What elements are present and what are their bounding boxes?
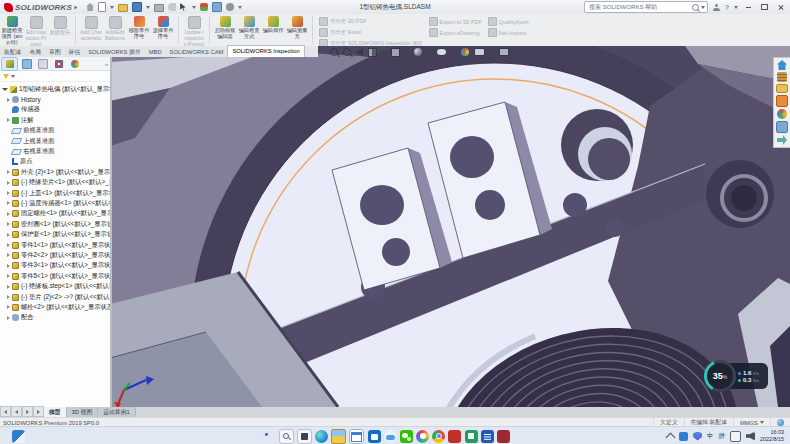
graphics-viewport[interactable]: 1.6K/s 0.3K/s 35% [110, 46, 790, 407]
tray-volume-icon[interactable] [746, 432, 755, 441]
search-icon[interactable] [692, 4, 699, 11]
tree-item-assembly-root[interactable]: 1型铝铸热电偶 (默认<默认_显示状态-1 [0, 84, 110, 94]
custom-properties-icon[interactable] [776, 121, 788, 133]
save-icon[interactable] [132, 2, 142, 12]
rebuild-icon[interactable] [200, 3, 208, 11]
help-search-box[interactable] [584, 1, 708, 13]
view-orientation-icon[interactable] [391, 48, 400, 57]
performance-widget[interactable]: 1.6K/s 0.3K/s 35% [704, 360, 736, 392]
chrome-icon[interactable] [432, 430, 445, 443]
ribbon-button-edit-measurement[interactable]: 编辑测量方 [286, 15, 308, 40]
tree-item-fixing-bolt[interactable]: 固定螺栓<1> (默认<<默认>_显示 [0, 209, 110, 219]
help-menu[interactable]: ? [725, 4, 729, 11]
tab-solidworks-inspection[interactable]: SOLIDWORKS Inspection [227, 45, 304, 57]
section-view-icon[interactable] [368, 48, 377, 57]
tree-item-insulation-board[interactable]: (-) 绝缘板.step<1> (默认<<默认> [0, 281, 110, 291]
tray-overflow-chevron-icon[interactable] [666, 433, 676, 443]
export-3d-pdf[interactable]: Export to 3D PDF [429, 17, 482, 26]
search-caret[interactable] [701, 6, 705, 9]
appearances-icon[interactable] [777, 109, 787, 119]
new-document-icon[interactable] [98, 2, 106, 12]
tab-scroll-first[interactable] [0, 406, 11, 417]
file-explorer-taskbar-icon[interactable] [331, 429, 346, 444]
tree-item-right-plane[interactable]: 右视基准面 [0, 146, 110, 156]
design-library-icon[interactable] [777, 72, 787, 82]
open-icon[interactable] [118, 4, 128, 12]
previous-view-icon[interactable] [356, 48, 363, 56]
red-app-icon[interactable] [448, 430, 461, 443]
green-app-icon[interactable] [465, 430, 478, 443]
wechat-icon[interactable] [400, 430, 413, 443]
tree-item-protective-sleeve[interactable]: 保护套<1> (默认<<默认>_显示状 [0, 229, 110, 239]
maroon-app-icon[interactable] [497, 430, 510, 443]
qualityxpert[interactable]: QualityXpert [488, 17, 529, 26]
hide-show-items-icon[interactable] [436, 48, 447, 56]
cloud-app-icon[interactable] [384, 430, 397, 443]
export-excel[interactable]: 导出至 Excel [319, 28, 423, 37]
taskbar-left-app-icon[interactable] [12, 430, 25, 443]
panel-tabs-overflow-icon[interactable]: » [105, 61, 108, 67]
select-cursor-icon[interactable] [180, 3, 188, 11]
options-caret[interactable] [238, 6, 242, 9]
restore-button[interactable] [759, 2, 770, 12]
tree-item-part5[interactable]: 零件5<1> (默认<<默认>_显示状态 [0, 271, 110, 281]
mail-icon[interactable] [349, 429, 364, 444]
tab-solidworks-cam[interactable]: SOLIDWORKS CAM [166, 47, 228, 57]
tab-evaluate[interactable]: 评估 [65, 47, 85, 57]
ribbon-button-update-inspection-project[interactable]: Update Inspection Project [183, 15, 205, 47]
tray-blue-app-icon[interactable] [679, 432, 688, 441]
export-edrawing[interactable]: Export eDrawing [429, 28, 482, 37]
edit-appearance-icon[interactable] [461, 48, 469, 56]
edge-icon[interactable] [315, 430, 328, 443]
hide-show-caret[interactable] [452, 51, 456, 53]
tree-item-top-cover[interactable]: (-) 上盖<1> (默认<<默认>_显示状 [0, 188, 110, 198]
tree-item-insulation-gasket[interactable]: (-) 绝缘垫片<1> (默认<<默认>_显 [0, 178, 110, 188]
ime-mode[interactable]: 拼 [719, 432, 726, 441]
tree-item-temperature-sensor[interactable]: (-) 温度传感器<1> (默认<<默认>_ [0, 198, 110, 208]
usage-percent-ring[interactable]: 35% [704, 360, 736, 392]
taskbar-search-icon[interactable] [279, 429, 294, 444]
taskbar-clock[interactable]: 16:03 2022/8/15 [760, 429, 784, 443]
display-manager-tab[interactable] [67, 58, 82, 70]
display-style-caret[interactable] [427, 51, 431, 53]
tree-item-history[interactable]: History [0, 94, 110, 104]
minimize-button[interactable] [743, 2, 754, 12]
display-pane-icon[interactable] [212, 2, 222, 12]
feature-manager-tab[interactable] [1, 57, 18, 71]
tree-item-front-plane[interactable]: 前视基准面 [0, 126, 110, 136]
ime-language[interactable]: 中 [707, 432, 714, 441]
menu-expand-icon[interactable] [75, 5, 78, 9]
select-caret[interactable] [192, 6, 196, 9]
tray-display-icon[interactable] [730, 431, 741, 442]
tree-item-sensors[interactable]: 传感器 [0, 105, 110, 115]
print-icon[interactable] [154, 4, 164, 12]
tree-item-annotations[interactable]: 注解 [0, 115, 110, 125]
ribbon-button-remove-balloons[interactable]: 移除零件序号 [128, 15, 150, 40]
start-button-icon[interactable] [265, 433, 271, 439]
net-inspect[interactable]: Net-Inspect [488, 28, 529, 37]
tree-item-part3[interactable]: 零件3<1> (默认<<默认>_显示状态 [0, 261, 110, 271]
search-input[interactable] [587, 3, 690, 11]
tab-model[interactable]: 模型 [44, 407, 67, 417]
ribbon-button-edit-operation[interactable]: 编辑操作 [262, 15, 284, 34]
options-gear-icon[interactable] [226, 3, 234, 11]
undo-icon[interactable] [168, 3, 176, 11]
tree-item-origin[interactable]: 原点 [0, 157, 110, 167]
tree-item-bolt[interactable]: 螺栓<2> (默认<<默认>_显示状态 [0, 302, 110, 312]
view-settings-caret[interactable] [514, 51, 518, 53]
tab-scroll-prev[interactable] [11, 406, 22, 417]
ribbon-button-add-characteristic[interactable]: Add Characteristic [80, 15, 102, 42]
ribbon-button-add-edit-balloons[interactable]: Add/Edit Balloons [104, 15, 126, 42]
tab-sketch[interactable]: 草图 [45, 47, 65, 57]
apply-scene-icon[interactable] [474, 48, 485, 56]
tree-item-part1[interactable]: 零件1<1> (默认<<默认>_显示状态 [0, 240, 110, 250]
microsoft-store-icon[interactable] [368, 430, 381, 443]
tree-item-mates[interactable]: 配合 [0, 313, 110, 323]
ribbon-button-edit-inspection-project[interactable]: Edit Inspection Project [25, 15, 47, 47]
tree-item-part2[interactable]: 零件2<2> (默认<<默认>_显示状态 [0, 250, 110, 260]
word-icon[interactable] [481, 430, 494, 443]
dimxpert-manager-tab[interactable] [51, 58, 66, 70]
display-style-icon[interactable] [414, 48, 422, 56]
help-caret[interactable] [734, 6, 738, 9]
save-caret[interactable] [146, 6, 150, 9]
